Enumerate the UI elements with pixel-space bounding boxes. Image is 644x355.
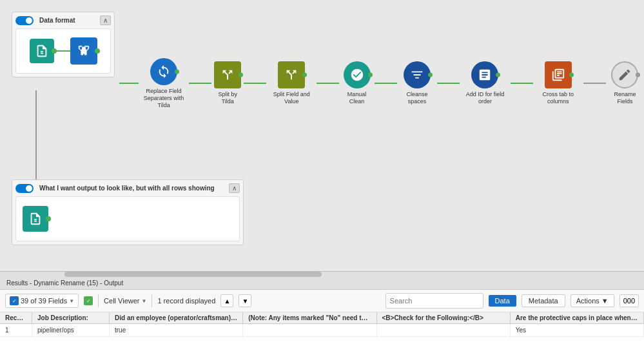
node-add-id[interactable]: Add ID for field order [460, 61, 510, 105]
nav-up-btn[interactable]: ▲ [220, 294, 233, 307]
field-count-label: 39 of 39 Fields [21, 297, 67, 305]
binoculars-node[interactable] [70, 37, 97, 65]
cell-viewer-selector[interactable]: Cell Viewer ▼ [104, 297, 146, 305]
td-job-1: pipeliner/ops [32, 324, 110, 336]
addid-dot-r [496, 73, 500, 77]
actions-button[interactable]: Actions ▼ [571, 294, 614, 307]
output-container: What I want output to look like, but wit… [12, 179, 244, 245]
node-replace-field[interactable]: Replace Field Separaters with Tilda [139, 58, 189, 108]
output-book-node[interactable] [23, 206, 48, 232]
collapse-output-btn[interactable]: ∧ [229, 183, 240, 193]
container-body-data-format [15, 28, 111, 74]
td-note-1 [243, 324, 376, 336]
scroll-thumb[interactable] [64, 272, 322, 277]
metadata-button[interactable]: Metadata [522, 294, 565, 307]
rename-icon [618, 68, 632, 82]
rename-icon-bg [611, 61, 638, 88]
field-count-selector[interactable]: ✓ 39 of 39 Fields ▼ [5, 294, 79, 308]
manual-clean-label: Manual Clean [339, 91, 374, 105]
td-did-1: true [110, 324, 243, 336]
more-button[interactable]: 000 [620, 294, 639, 307]
check-all-icon[interactable]: ✓ [84, 296, 93, 305]
results-title-text: Results - Dynamic Rename (15) - Output [6, 279, 123, 287]
input-node-container [30, 37, 97, 65]
collapse-data-format-btn[interactable]: ∧ [100, 15, 111, 25]
cleanse-spaces-label: Cleanse spaces [397, 91, 438, 105]
th-check: <B>Check for the Following:</B> [377, 312, 511, 323]
td-caps-1: Yes [511, 324, 644, 336]
node-cross-tab[interactable]: Cross tab to columns [533, 61, 583, 105]
th-did-employee: Did an employee (operator/craftsman) aco… [110, 312, 243, 323]
check-icon: ✓ [10, 296, 19, 305]
split-field-label: Split Field and Value [266, 91, 317, 105]
field-count-arrow: ▼ [69, 298, 74, 304]
data-table: Record Job Description: Did an employee … [0, 312, 644, 355]
cross-tab-icon [551, 68, 565, 82]
wire-4 [375, 83, 397, 84]
cell-viewer-label: Cell Viewer [104, 297, 139, 305]
wire-start [119, 83, 139, 84]
node-cleanse-spaces[interactable]: Cleanse spaces [397, 61, 438, 105]
results-title: Results - Dynamic Rename (15) - Output [0, 277, 644, 290]
table-row: 1 pipeliner/ops true Yes [0, 324, 644, 337]
add-id-icon [478, 68, 492, 82]
split-field-dot-r [302, 73, 307, 77]
th-caps: Are the protective caps in place when cy… [511, 312, 644, 323]
toolbar-separator-2 [151, 294, 152, 307]
node-rename-fields[interactable]: Rename Fields [606, 61, 644, 105]
binoculars-icon [77, 44, 91, 58]
wire-6 [511, 83, 533, 84]
horizontal-scrollbar[interactable] [0, 272, 644, 277]
manual-clean-icon [350, 68, 364, 82]
bottom-panel: Results - Dynamic Rename (15) - Output ✓… [0, 271, 644, 355]
split-tilda-label: Split by Tilda [211, 91, 244, 105]
cleanse-icon [410, 68, 424, 82]
wire-5 [437, 83, 460, 84]
canvas-area: Data format ∧ [0, 0, 644, 271]
split-icon [220, 68, 235, 82]
search-input[interactable] [385, 293, 483, 309]
td-record-1: 1 [0, 324, 32, 336]
node-split-tilda[interactable]: Split by Tilda [211, 61, 244, 105]
wire-7 [583, 83, 606, 84]
replace-icon [157, 65, 171, 79]
rename-fields-label: Rename Fields [606, 91, 644, 105]
data-format-label: Data format [39, 17, 75, 24]
node-manual-clean[interactable]: Manual Clean [339, 61, 374, 105]
nav-down-btn[interactable]: ▼ [239, 294, 251, 307]
rename-dot-r [636, 73, 640, 77]
data-format-container: Data format ∧ [12, 12, 115, 77]
node-split-field[interactable]: Split Field and Value [266, 61, 317, 105]
output-book-icon [28, 212, 43, 226]
node-output-dot [52, 48, 57, 54]
cleanse-dot-r [428, 73, 433, 77]
cross-tab-label: Cross tab to columns [533, 91, 583, 105]
th-job-desc: Job Description: [32, 312, 110, 323]
crosstab-dot-r [569, 73, 574, 77]
td-check-1 [377, 324, 511, 336]
th-record: Record [0, 312, 32, 323]
pipeline: Replace Field Separaters with Tilda Spli… [119, 58, 644, 108]
manual-clean-dot-r [368, 73, 373, 77]
split-tilda-dot-r [239, 73, 243, 77]
container-body-output [15, 196, 240, 241]
record-count-label: 1 record displayed [157, 297, 215, 305]
toolbar-separator-1 [98, 294, 99, 307]
teal-book-node[interactable] [30, 39, 54, 63]
wire-2 [244, 83, 266, 84]
container-header-data-format: Data format ∧ [15, 15, 111, 25]
bino-output-dot [95, 48, 100, 54]
split-field-icon [284, 68, 298, 82]
search-wrapper [385, 293, 483, 309]
add-id-label: Add ID for field order [460, 91, 510, 105]
wire-1 [189, 83, 211, 84]
wire-3 [317, 83, 339, 84]
data-button[interactable]: Data [489, 295, 516, 307]
toggle-data-format[interactable] [15, 16, 34, 25]
th-note: (Note: Any items marked "No" need to be … [243, 312, 376, 323]
cell-viewer-arrow: ▼ [142, 298, 147, 304]
replace-dot-r [175, 70, 179, 74]
toggle-output[interactable] [15, 184, 34, 193]
output-container-label: What I want output to look like, but wit… [39, 185, 215, 192]
container-header-output: What I want output to look like, but wit… [15, 183, 240, 193]
